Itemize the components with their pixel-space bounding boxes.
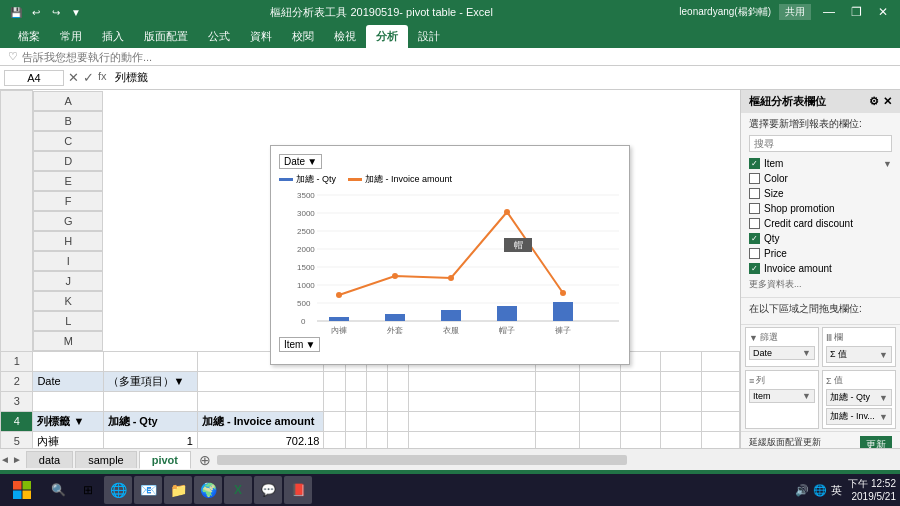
zone-values-tag-qty[interactable]: 加總 - Qty ▼ bbox=[826, 389, 892, 406]
tab-formula[interactable]: 公式 bbox=[198, 25, 240, 48]
taskbar-taskview-icon[interactable]: ⊞ bbox=[74, 476, 102, 504]
taskbar-chrome-icon[interactable]: 🌍 bbox=[194, 476, 222, 504]
formula-input[interactable] bbox=[111, 72, 896, 84]
field-list: ✓ Item ▼ Color Size Shop promotion bbox=[749, 156, 892, 293]
tab-view[interactable]: 檢視 bbox=[324, 25, 366, 48]
field-label-size: Size bbox=[764, 188, 783, 199]
col-header-h[interactable]: H bbox=[33, 231, 103, 251]
defer-update-label: 延緩版面配置更新 bbox=[749, 437, 821, 447]
field-filter-icon-item[interactable]: ▼ bbox=[883, 159, 892, 169]
field-check-shop-promotion[interactable] bbox=[749, 203, 760, 214]
col-header-b[interactable]: B bbox=[33, 111, 103, 131]
col-header-i[interactable]: I bbox=[33, 251, 103, 271]
taskbar-line-icon[interactable]: 💬 bbox=[254, 476, 282, 504]
tab-data[interactable]: 資料 bbox=[240, 25, 282, 48]
field-check-qty[interactable]: ✓ bbox=[749, 233, 760, 244]
taskbar-excel-icon[interactable]: X bbox=[224, 476, 252, 504]
field-item-color[interactable]: Color bbox=[749, 171, 892, 186]
chart-date-filter[interactable]: Date ▼ bbox=[279, 154, 322, 169]
horizontal-scrollbar[interactable] bbox=[217, 449, 900, 471]
field-check-credit-card-discount[interactable] bbox=[749, 218, 760, 229]
field-check-item[interactable]: ✓ bbox=[749, 158, 760, 169]
sheet-tab-pivot[interactable]: pivot bbox=[139, 451, 191, 469]
zone-rows-tag-item[interactable]: Item ▼ bbox=[749, 389, 815, 403]
chart-svg: 3500 3000 2500 2000 1500 1000 500 0 bbox=[279, 190, 623, 338]
panel-footer: 延緩版面配置更新 更新 bbox=[741, 431, 900, 448]
confirm-formula-icon[interactable]: ✓ bbox=[83, 70, 94, 85]
col-header-l[interactable]: L bbox=[33, 311, 103, 331]
tab-insert[interactable]: 插入 bbox=[92, 25, 134, 48]
undo-icon[interactable]: ↩ bbox=[28, 4, 44, 20]
zone-col-tag-sigma[interactable]: Σ 值 ▼ bbox=[826, 346, 892, 363]
taskbar-folder-icon[interactable]: 📁 bbox=[164, 476, 192, 504]
close-button[interactable]: ✕ bbox=[874, 5, 892, 19]
tab-home[interactable]: 常用 bbox=[50, 25, 92, 48]
sheet-tab-sample[interactable]: sample bbox=[75, 451, 136, 468]
field-item-size[interactable]: Size bbox=[749, 186, 892, 201]
restore-button[interactable]: ❐ bbox=[847, 5, 866, 19]
bar-qty-5 bbox=[553, 302, 573, 321]
formula-bar: ✕ ✓ fx bbox=[0, 66, 900, 90]
tell-input[interactable] bbox=[22, 51, 222, 63]
taskbar-right: 🔊 🌐 英 下午 12:52 2019/5/21 bbox=[795, 477, 896, 503]
col-header-f[interactable]: F bbox=[33, 191, 103, 211]
field-check-color[interactable] bbox=[749, 173, 760, 184]
tab-file[interactable]: 檔案 bbox=[8, 25, 50, 48]
field-check-invoice-amount[interactable]: ✓ bbox=[749, 263, 760, 274]
add-sheet-button[interactable]: ⊕ bbox=[193, 450, 217, 470]
zone-values-tag-inv[interactable]: 加總 - Inv... ▼ bbox=[826, 408, 892, 425]
col-header-j[interactable]: J bbox=[33, 271, 103, 291]
sheet-tab-data[interactable]: data bbox=[26, 451, 73, 468]
panel-close-btn[interactable]: ✕ bbox=[883, 95, 892, 108]
row-num: 3 bbox=[1, 391, 33, 411]
field-label-item: Item bbox=[764, 158, 783, 169]
sheet-scroll-left-icon[interactable]: ◄ bbox=[0, 454, 10, 465]
col-header-a[interactable]: A bbox=[33, 91, 103, 111]
col-header-g[interactable]: G bbox=[33, 211, 103, 231]
save-icon[interactable]: 💾 bbox=[8, 4, 24, 20]
share-button[interactable]: 共用 bbox=[779, 4, 811, 20]
update-button[interactable]: 更新 bbox=[860, 436, 892, 448]
field-item-credit-card-discount[interactable]: Credit card discount bbox=[749, 216, 892, 231]
chart-item-filter[interactable]: Item ▼ bbox=[279, 337, 320, 352]
taskbar-outlook-icon[interactable]: 📧 bbox=[134, 476, 162, 504]
insert-function-icon[interactable]: fx bbox=[98, 70, 107, 85]
taskbar-acrobat-icon[interactable]: 📕 bbox=[284, 476, 312, 504]
taskbar-volume-icon[interactable]: 🔊 bbox=[795, 484, 809, 497]
taskbar-network-icon[interactable]: 🌐 bbox=[813, 484, 827, 497]
field-item-item[interactable]: ✓ Item ▼ bbox=[749, 156, 892, 171]
redo-icon[interactable]: ↪ bbox=[48, 4, 64, 20]
col-header-d[interactable]: D bbox=[33, 151, 103, 171]
cancel-formula-icon[interactable]: ✕ bbox=[68, 70, 79, 85]
field-item-price[interactable]: Price bbox=[749, 246, 892, 261]
qa-dropdown-icon[interactable]: ▼ bbox=[68, 4, 84, 20]
field-item-qty[interactable]: ✓ Qty bbox=[749, 231, 892, 246]
start-button[interactable] bbox=[4, 476, 40, 504]
taskbar-ime-icon[interactable]: 英 bbox=[831, 483, 842, 498]
spreadsheet[interactable]: A B C D E F G H I J K L M bbox=[0, 90, 740, 448]
taskbar-edge-icon[interactable]: 🌐 bbox=[104, 476, 132, 504]
sheet-scroll-right-icon[interactable]: ► bbox=[12, 454, 22, 465]
tab-analyze[interactable]: 分析 bbox=[366, 25, 408, 48]
field-check-price[interactable] bbox=[749, 248, 760, 259]
tab-page-layout[interactable]: 版面配置 bbox=[134, 25, 198, 48]
col-header-e[interactable]: E bbox=[33, 171, 103, 191]
invoice-line bbox=[339, 212, 563, 295]
field-search-input[interactable] bbox=[749, 135, 892, 152]
tab-design[interactable]: 設計 bbox=[408, 25, 450, 48]
col-header-c[interactable]: C bbox=[33, 131, 103, 151]
tab-review[interactable]: 校閱 bbox=[282, 25, 324, 48]
col-header-k[interactable]: K bbox=[33, 291, 103, 311]
zone-filter-tag-date[interactable]: Date ▼ bbox=[749, 346, 815, 360]
field-item-invoice-amount[interactable]: ✓ Invoice amount bbox=[749, 261, 892, 276]
line-dot-3 bbox=[448, 275, 454, 281]
field-check-size[interactable] bbox=[749, 188, 760, 199]
col-header-m[interactable]: M bbox=[33, 331, 103, 351]
field-item-shop-promotion[interactable]: Shop promotion bbox=[749, 201, 892, 216]
taskbar-search-icon[interactable]: 🔍 bbox=[44, 476, 72, 504]
line-dot-5 bbox=[560, 290, 566, 296]
settings-icon[interactable]: ⚙ bbox=[869, 95, 879, 108]
minimize-button[interactable]: — bbox=[819, 5, 839, 19]
bar-qty-2 bbox=[385, 314, 405, 321]
name-box[interactable] bbox=[4, 70, 64, 86]
